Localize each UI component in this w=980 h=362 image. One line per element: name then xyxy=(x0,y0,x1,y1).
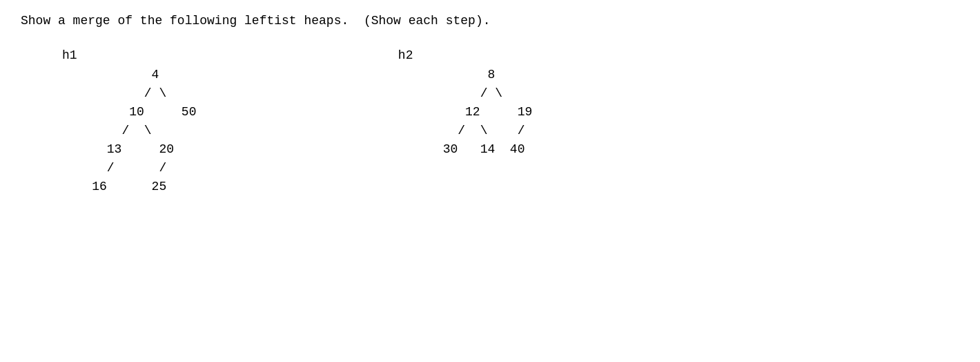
heap1-section: h1 4 / \ 10 50 / \ 13 20 / / 16 25 xyxy=(62,48,219,196)
heap2-tree: 8 / \ 12 19 / \ / 30 14 40 xyxy=(398,66,577,159)
heap1-label: h1 xyxy=(62,48,77,62)
heap2-section: h2 8 / \ 12 19 / \ / 30 14 40 xyxy=(398,48,577,159)
heap1-tree: 4 / \ 10 50 / \ 13 20 / / 16 25 xyxy=(62,66,219,196)
heap2-label: h2 xyxy=(398,48,413,62)
page-container: Show a merge of the following leftist he… xyxy=(0,0,980,362)
intro-text: Show a merge of the following leftist he… xyxy=(21,14,959,28)
heaps-container: h1 4 / \ 10 50 / \ 13 20 / / 16 25 h2 xyxy=(21,48,959,196)
